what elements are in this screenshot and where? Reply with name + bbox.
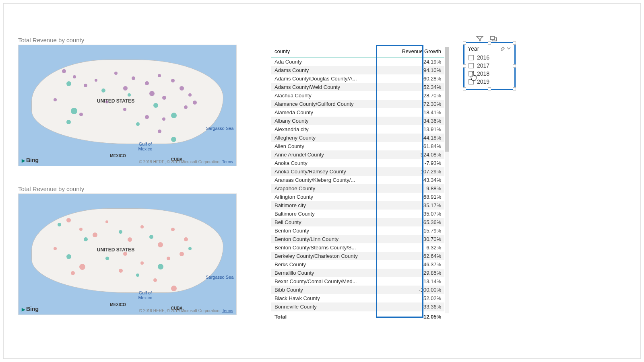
data-point[interactable] [71,271,75,275]
data-point[interactable] [66,120,71,124]
cell-county: Anne Arundel County [271,150,382,159]
data-point[interactable] [171,137,176,142]
table-row[interactable]: Aransas County/Kleberg County/...-43.34% [271,176,444,184]
table-row[interactable]: Berks County-46.37% [271,260,444,269]
data-point[interactable] [128,93,131,97]
table-row[interactable]: Alachua County-28.70% [271,91,444,100]
year-slicer[interactable]: Year 2016 2017 2018 [463,42,516,90]
total-label: Total [271,311,382,323]
table-row[interactable]: Alamance County/Guilford County-72.30% [271,100,444,108]
table-row[interactable]: Bibb County-100.00% [271,286,444,294]
table-row[interactable]: Adams County/Weld County-52.34% [271,83,444,91]
cell-county: Benton County/Stearns County/S... [271,243,382,252]
data-point[interactable] [66,218,71,222]
table-row[interactable]: Arlington County68.91% [271,193,444,201]
data-point[interactable] [193,101,197,105]
data-point[interactable] [145,115,149,119]
slicer-item-2018[interactable]: 2018 [468,70,511,78]
data-point[interactable] [54,247,57,250]
checkbox[interactable] [469,63,474,68]
map2-title: Total Revenue by county [18,185,84,192]
data-point[interactable] [188,247,192,250]
data-point[interactable] [171,79,175,82]
cell-growth: -34.36% [382,117,444,125]
data-point[interactable] [93,232,97,237]
table-row[interactable]: Albany County-34.36% [271,117,444,125]
table-row[interactable]: Ada County24.19% [271,57,444,66]
checkbox[interactable] [469,71,474,76]
data-point[interactable] [188,93,192,97]
map1-sea-label: Sargasso Sea [206,126,233,131]
table-row[interactable]: Bonneville County-33.36% [271,302,444,311]
map2-sea-label: Sargasso Sea [206,275,233,280]
table-row[interactable]: Adams County/Douglas County/A...60.28% [271,74,444,83]
table-row[interactable]: Bexar County/Comal County/Med...13.14% [271,277,444,286]
data-point[interactable] [149,91,155,96]
table-row[interactable]: Baltimore County-35.07% [271,210,444,218]
data-point[interactable] [66,81,71,86]
table-row[interactable]: Alexandria city-13.91% [271,125,444,134]
table-row[interactable]: Benton County/Stearns County/S...6.32% [271,243,444,252]
col-header-growth[interactable]: Revenue Growth [382,46,444,57]
map-visual-2[interactable]: UNITED STATES MEXICO CUBA Sargasso Sea G… [18,193,237,315]
data-point[interactable] [171,228,175,231]
cell-growth: -35.07% [382,210,444,218]
table-row[interactable]: Allegheny County-44.18% [271,134,444,142]
checkbox[interactable] [469,79,474,84]
data-point[interactable] [66,254,71,259]
table-row[interactable]: Arapahoe County9.88% [271,184,444,193]
slicer-item-2016[interactable]: 2016 [468,53,511,62]
data-point[interactable] [167,257,170,260]
slicer-item-2017[interactable]: 2017 [468,62,511,70]
table-row[interactable]: Bernalillo County29.85% [271,269,444,277]
table-row[interactable]: Adams County94.10% [271,66,444,74]
data-point[interactable] [145,81,149,85]
slicer-item-2019[interactable]: 2019 [468,78,511,86]
data-point[interactable] [140,225,144,228]
table-row[interactable]: Anoka County/Ramsey County107.29% [271,167,444,176]
table-row[interactable]: Berkeley County/Charleston County-62.64% [271,252,444,260]
data-point[interactable] [71,108,77,114]
table-scrollbar[interactable] [445,47,449,313]
data-point[interactable] [101,88,105,93]
map-terms-link[interactable]: Terms [222,309,233,313]
table-row[interactable]: Bell County65.36% [271,218,444,226]
table-row[interactable]: Anoka County-7.93% [271,159,444,167]
slicer-item-label: 2016 [477,54,489,61]
slicer-title: Year [468,45,479,52]
revenue-growth-table[interactable]: county Revenue Growth Ada County24.19%Ad… [271,46,444,319]
table-row[interactable]: Anne Arundel County324.08% [271,150,444,159]
eraser-icon[interactable] [500,45,505,52]
checkbox[interactable] [469,55,474,60]
table-row[interactable]: Baltimore city35.17% [271,201,444,210]
scrollbar-thumb[interactable] [445,47,449,152]
map-terms-link[interactable]: Terms [222,160,233,164]
data-point[interactable] [140,261,144,265]
bing-logo: Bing [22,157,39,163]
table-row[interactable]: Allen County61.84% [271,142,444,150]
map-visual-1[interactable]: UNITED STATES MEXICO CUBA Sargasso Sea G… [18,45,237,166]
chevron-down-icon[interactable] [506,45,511,52]
data-point[interactable] [119,269,123,273]
table-row[interactable]: Black Hawk County-52.02% [271,294,444,302]
table-row[interactable]: Alameda County-18.41% [271,108,444,117]
table-row[interactable]: Benton County-15.79% [271,226,444,235]
cell-growth: -52.02% [382,294,444,302]
cell-growth: 35.17% [382,201,444,210]
data-point[interactable] [123,108,126,111]
data-point[interactable] [162,117,165,121]
data-point[interactable] [128,237,132,242]
map1-gulf-label: Gulf ofMexico [138,142,153,151]
data-point[interactable] [123,252,127,256]
col-header-county[interactable]: county [271,46,382,57]
data-point[interactable] [171,286,177,291]
data-point[interactable] [119,230,122,234]
data-point[interactable] [123,86,128,90]
data-point[interactable] [54,98,57,101]
data-point[interactable] [114,72,118,75]
data-point[interactable] [162,96,166,100]
map1-attribution: © 2019 HERE, © 2019 Microsoft Corporatio… [139,160,233,164]
table-row[interactable]: Benton County/Linn County-30.70% [271,235,444,243]
data-point[interactable] [171,113,177,118]
data-point[interactable] [149,235,153,239]
